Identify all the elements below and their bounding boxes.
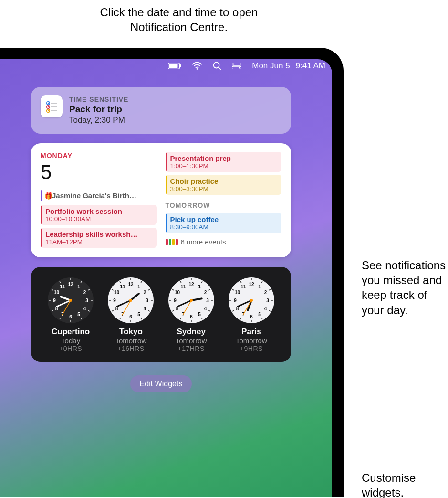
svg-line-23 — [60, 318, 61, 319]
svg-line-20 — [88, 310, 89, 311]
control-centre-icon[interactable] — [232, 63, 241, 69]
svg-line-52 — [112, 310, 114, 311]
svg-line-54 — [112, 289, 114, 290]
svg-text:9: 9 — [174, 298, 177, 303]
clock-day-label: Today — [61, 337, 80, 345]
svg-point-4 — [214, 63, 219, 68]
svg-text:12: 12 — [68, 282, 74, 287]
svg-text:2: 2 — [144, 290, 146, 295]
svg-line-58 — [148, 289, 150, 290]
svg-line-80 — [172, 310, 174, 311]
svg-line-113 — [261, 281, 262, 283]
reminder-notification[interactable]: TIME SENSITIVE Pack for trip Today, 2:30… — [31, 87, 291, 134]
svg-line-108 — [232, 310, 234, 311]
svg-line-105 — [261, 318, 262, 319]
svg-text:12: 12 — [249, 282, 254, 287]
svg-text:5: 5 — [258, 312, 261, 317]
calendar-event-birthday: 🎁 Jasmine Garcia's Birth… — [41, 189, 157, 202]
svg-line-104 — [269, 310, 270, 311]
svg-point-15 — [48, 110, 49, 111]
clock-offset-label: +0HRS — [59, 345, 82, 352]
desktop-screen: Mon Jun 5 9:41 AM — [0, 59, 332, 497]
calendar-event: Pick up coffee 8:30–9:00AM — [166, 213, 282, 233]
svg-point-13 — [48, 106, 49, 107]
svg-text:10: 10 — [54, 290, 60, 295]
svg-line-71 — [131, 294, 139, 300]
svg-line-30 — [88, 289, 89, 290]
notification-eyebrow: TIME SENSITIVE — [69, 95, 281, 103]
svg-point-3 — [197, 68, 198, 70]
calendar-right-column: Presentation prep 1:00–1:30PM Choir prac… — [166, 152, 282, 248]
edit-widgets-button[interactable]: Edit Widgets — [130, 375, 192, 392]
spotlight-icon[interactable] — [213, 62, 221, 70]
svg-line-111 — [240, 281, 241, 283]
svg-point-46 — [69, 299, 72, 302]
svg-text:12: 12 — [128, 282, 134, 287]
calendar-more-row: 6 more events — [166, 238, 282, 246]
svg-point-130 — [250, 299, 253, 302]
wifi-icon[interactable] — [192, 62, 202, 70]
svg-line-26 — [52, 289, 53, 290]
svg-text:6: 6 — [69, 314, 72, 319]
svg-line-83 — [180, 281, 181, 283]
clock-offset-label: +17HRS — [177, 345, 204, 352]
battery-icon[interactable] — [168, 63, 181, 69]
svg-line-110 — [232, 289, 234, 290]
svg-text:3: 3 — [266, 298, 269, 303]
callout-customise: Customise widgets. — [362, 470, 438, 498]
svg-point-7 — [233, 63, 235, 64]
notification-title: Pack for trip — [69, 104, 281, 115]
menu-bar: Mon Jun 5 9:41 AM — [168, 61, 325, 71]
callout-notifications: See notifications you missed and keep tr… — [362, 258, 448, 318]
reminders-app-icon — [41, 95, 63, 117]
svg-text:3: 3 — [146, 298, 149, 303]
clock-offset-label: +16HRS — [117, 345, 144, 352]
svg-rect-2 — [180, 64, 181, 67]
svg-line-29 — [81, 281, 82, 283]
svg-line-24 — [52, 310, 53, 311]
menu-bar-time: 9:41 AM — [296, 61, 325, 71]
world-clock-widget[interactable]: 123456789101112 Cupertino Today +0HRS 12… — [31, 267, 291, 362]
svg-line-82 — [172, 289, 174, 290]
svg-line-77 — [201, 318, 202, 319]
svg-text:5: 5 — [138, 312, 141, 317]
calendar-daynum: 5 — [41, 162, 157, 182]
calendar-event: Leadership skills worksh… 11AM–12PM — [41, 228, 157, 248]
world-clock-cupertino: 123456789101112 Cupertino Today +0HRS — [41, 277, 101, 352]
svg-line-55 — [120, 281, 121, 283]
calendar-left-column: MONDAY 5 🎁 Jasmine Garcia's Birth… Portf… — [41, 152, 157, 248]
calendar-dayname: MONDAY — [41, 152, 157, 159]
svg-text:1: 1 — [138, 284, 141, 289]
world-clock-tokyo: 123456789101112 Tokyo Tomorrow +16HRS — [101, 277, 161, 352]
svg-text:3: 3 — [206, 298, 209, 303]
notification-centre: TIME SENSITIVE Pack for trip Today, 2:30… — [31, 87, 291, 392]
device-frame: Mon Jun 5 9:41 AM — [0, 48, 344, 497]
svg-line-21 — [81, 318, 82, 319]
notification-subtitle: Today, 2:30 PM — [69, 116, 281, 125]
svg-line-76 — [208, 310, 210, 311]
svg-point-9 — [239, 67, 240, 68]
svg-line-79 — [180, 318, 181, 319]
svg-line-48 — [148, 310, 150, 311]
svg-point-74 — [129, 299, 132, 302]
clock-city-label: Cupertino — [52, 327, 90, 337]
svg-text:2: 2 — [83, 290, 86, 295]
clock-day-label: Tomorrow — [176, 337, 207, 345]
clock-city-label: Paris — [241, 327, 261, 337]
svg-text:10: 10 — [175, 290, 180, 295]
calendar-widget[interactable]: MONDAY 5 🎁 Jasmine Garcia's Birth… Portf… — [31, 143, 291, 257]
svg-text:1: 1 — [258, 284, 261, 289]
svg-line-85 — [201, 281, 202, 283]
bracket-right — [350, 149, 350, 455]
clock-face-icon: 123456789101112 — [168, 277, 214, 323]
world-clock-paris: 123456789101112 Paris Tomorrow +9HRS — [221, 277, 281, 352]
menu-bar-datetime[interactable]: Mon Jun 5 9:41 AM — [252, 61, 325, 71]
svg-line-5 — [219, 67, 221, 70]
svg-text:1: 1 — [77, 284, 80, 289]
svg-text:12: 12 — [188, 282, 194, 287]
svg-text:6: 6 — [190, 314, 193, 319]
calendar-event: Choir practice 3:00–3:30PM — [166, 175, 282, 195]
svg-text:9: 9 — [53, 298, 56, 303]
svg-text:10: 10 — [235, 290, 240, 295]
svg-line-107 — [240, 318, 241, 319]
